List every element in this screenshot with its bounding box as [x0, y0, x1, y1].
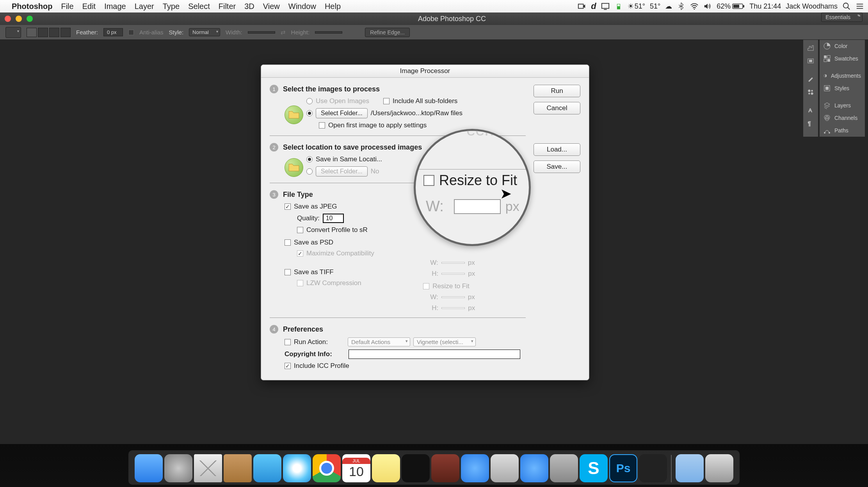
dock-documents[interactable]	[676, 454, 704, 482]
antialias-checkbox[interactable]	[128, 30, 134, 35]
menu-help[interactable]: Help	[325, 2, 341, 11]
load-button[interactable]: Load...	[534, 143, 580, 156]
cancel-button[interactable]: Cancel	[534, 102, 580, 114]
dock-mail[interactable]	[194, 454, 222, 482]
ps-titlebar[interactable]: Adobe Photoshop CC	[0, 12, 868, 25]
temp-2[interactable]: 51°	[650, 2, 660, 11]
select-folder-btn-1[interactable]: Select Folder...	[316, 108, 368, 118]
use-open-radio[interactable]	[306, 98, 313, 104]
select-folder-btn-2[interactable]: Select Folder...	[316, 166, 368, 177]
open-first-check[interactable]	[319, 122, 325, 128]
styles-panel[interactable]: Styles	[820, 82, 865, 95]
convert-profile-check[interactable]	[297, 227, 303, 233]
dock-chrome[interactable]	[313, 454, 341, 482]
dock-safari[interactable]	[283, 454, 311, 482]
battery-percent[interactable]: 62%	[717, 2, 745, 11]
cloud-icon[interactable]: ☁	[665, 2, 672, 11]
dock-calendar[interactable]: JUL10	[342, 454, 370, 482]
menu-edit[interactable]: Edit	[82, 2, 96, 11]
tool-preset-btn[interactable]	[5, 27, 21, 38]
wifi-icon[interactable]	[690, 2, 699, 11]
brushes-icon[interactable]	[803, 86, 818, 98]
select-folder-radio[interactable]	[306, 110, 313, 116]
paths-panel[interactable]: Paths	[820, 124, 865, 137]
d-icon[interactable]: d	[591, 1, 596, 11]
swap-icon[interactable]: ⇄	[281, 29, 286, 36]
menu-3d[interactable]: 3D	[244, 2, 254, 11]
menu-file[interactable]: File	[61, 2, 73, 11]
dock-photobooth[interactable]	[431, 454, 459, 482]
no-folder-label: No	[371, 168, 379, 175]
copyright-input[interactable]	[349, 350, 520, 359]
para-icon[interactable]: ¶	[803, 117, 818, 130]
include-sub-check[interactable]	[383, 98, 390, 104]
same-location-radio[interactable]	[306, 156, 313, 162]
dock-finder[interactable]	[135, 454, 163, 482]
char-icon[interactable]: A	[803, 104, 818, 116]
volume-icon[interactable]	[703, 2, 712, 11]
dock-itunes[interactable]	[461, 454, 489, 482]
feather-input[interactable]: 0 px	[103, 28, 123, 36]
close-button[interactable]	[5, 16, 11, 22]
adjustments-panel[interactable]: Adjustments	[820, 70, 865, 82]
clock[interactable]: Thu 21:44	[749, 2, 781, 11]
workspace-dropdown[interactable]: Essentials	[821, 12, 863, 22]
histogram-icon[interactable]	[803, 41, 818, 54]
refine-edge-btn[interactable]: Refine Edge...	[365, 28, 410, 37]
menu-select[interactable]: Select	[188, 2, 210, 11]
dock-sysprefs[interactable]	[550, 454, 578, 482]
svg-line-10	[848, 7, 850, 10]
save-jpeg-check[interactable]	[285, 203, 291, 210]
dock-skype[interactable]: S	[580, 454, 608, 482]
bluetooth-icon[interactable]	[677, 2, 685, 11]
channels-panel[interactable]: Channels	[820, 112, 865, 124]
action-dropdown[interactable]: Vignette (selecti...	[413, 337, 476, 346]
zoom-button[interactable]	[27, 16, 33, 22]
minimize-button[interactable]	[16, 16, 22, 22]
display-icon[interactable]	[601, 2, 610, 11]
save-psd-check[interactable]	[285, 239, 291, 246]
psd-w-px: px	[468, 259, 475, 267]
use-open-label: Use Open Images	[316, 97, 369, 105]
dock-appstore[interactable]	[520, 454, 548, 482]
style-dropdown[interactable]: Normal	[189, 28, 220, 36]
svg-point-5	[694, 9, 695, 10]
action-set-dropdown[interactable]: Default Actions	[348, 337, 410, 346]
svg-point-27	[808, 90, 810, 92]
app-name[interactable]: Photoshop	[12, 2, 52, 11]
color-panel[interactable]: Color	[820, 40, 865, 52]
menu-icon[interactable]	[856, 2, 864, 11]
dock-editor[interactable]	[491, 454, 519, 482]
save-tiff-check[interactable]	[285, 269, 291, 275]
brush-settings-icon[interactable]	[803, 73, 818, 85]
selection-mode[interactable]	[27, 28, 71, 37]
dock-launchpad[interactable]	[164, 454, 192, 482]
dock-facetime[interactable]	[402, 454, 430, 482]
dock-imovie[interactable]	[639, 454, 667, 482]
swatches-panel[interactable]: Swatches	[820, 52, 865, 65]
dock-photoshop[interactable]: Ps	[609, 454, 637, 482]
navigator-icon[interactable]	[803, 55, 818, 67]
menu-filter[interactable]: Filter	[219, 2, 236, 11]
run-action-check[interactable]	[285, 339, 291, 345]
battery-status-icon[interactable]	[614, 2, 623, 11]
dock-trash[interactable]	[705, 454, 733, 482]
layers-panel[interactable]: Layers	[820, 99, 865, 112]
menu-type[interactable]: Type	[163, 2, 180, 11]
temp-1[interactable]: ☀51°	[628, 2, 645, 11]
quality-input[interactable]: 10	[323, 214, 344, 223]
dock-contacts[interactable]	[224, 454, 252, 482]
menu-view[interactable]: View	[263, 2, 280, 11]
run-button[interactable]: Run	[534, 85, 580, 97]
save-button[interactable]: Save...	[534, 161, 580, 173]
select-folder-radio-2[interactable]	[306, 168, 313, 175]
menu-layer[interactable]: Layer	[135, 2, 154, 11]
user-name[interactable]: Jack Woodhams	[786, 2, 838, 11]
camera-icon[interactable]	[578, 2, 586, 11]
icc-check[interactable]	[285, 363, 291, 369]
menu-image[interactable]: Image	[104, 2, 126, 11]
dock-messages[interactable]	[253, 454, 281, 482]
dock-notes[interactable]	[372, 454, 400, 482]
menu-window[interactable]: Window	[288, 2, 316, 11]
spotlight-icon[interactable]	[842, 2, 851, 11]
